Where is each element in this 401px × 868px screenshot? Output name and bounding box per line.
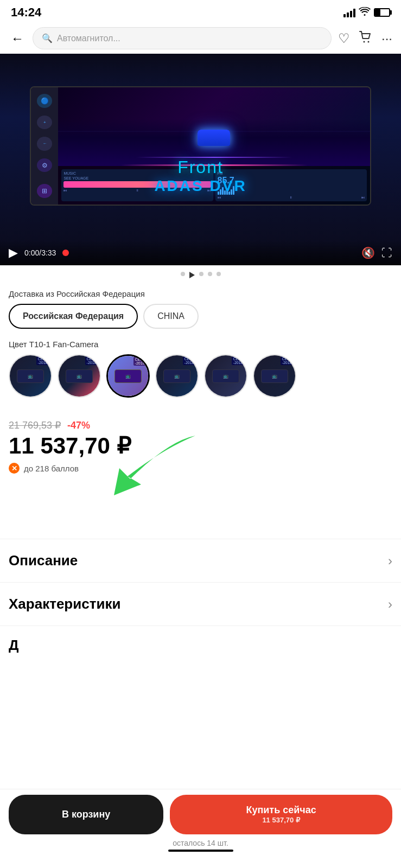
wishlist-icon[interactable]: ♡ (338, 31, 350, 46)
slide-dot-5[interactable] (217, 272, 221, 276)
search-bar[interactable]: 🔍 Автомагнитол... (33, 27, 332, 49)
shipping-options: Российская Федерация CHINA (9, 304, 392, 329)
shipping-section: Доставка из Российская Федерация Российс… (0, 285, 401, 335)
svg-point-1 (367, 41, 369, 42)
status-time: 14:24 (11, 5, 41, 20)
color-option-5[interactable]: CEED-2018 📺 (204, 354, 247, 398)
bottom-bar: В корзину Купить сейчас 11 537,70 ₽ оста… (0, 789, 401, 868)
cart-icon[interactable] (359, 30, 373, 47)
stock-text: осталось 14 шт. (9, 839, 392, 847)
old-price: 21 769,53 ₽ (9, 419, 61, 431)
video-title-overlay: Front ADAS DVR (154, 157, 246, 195)
shipping-label: Доставка из Российская Федерация (9, 289, 392, 298)
video-title: Front (154, 157, 246, 177)
battery-icon (374, 8, 390, 17)
specs-section[interactable]: Характеристики › (0, 582, 401, 626)
description-section[interactable]: Описание › (0, 539, 401, 582)
search-placeholder: Автомагнитол... (57, 34, 120, 43)
description-chevron: › (388, 553, 392, 569)
video-time: 0:00/3:33 (24, 248, 56, 257)
play-button[interactable]: ▶ (9, 246, 18, 260)
color-option-4[interactable]: CEED-2018 📺 (155, 354, 199, 398)
specs-title: Характеристики (9, 596, 120, 612)
specs-chevron: › (388, 597, 392, 612)
partial-title: Д (9, 637, 19, 653)
slide-dot-1[interactable] (181, 272, 185, 276)
header-icons: ♡ ··· (338, 30, 392, 47)
points-icon: ✕ (9, 463, 20, 474)
shipping-russia[interactable]: Российская Федерация (9, 304, 138, 329)
more-icon[interactable]: ··· (381, 31, 392, 46)
points-label: до 218 баллов (24, 464, 79, 473)
green-arrow-icon (87, 430, 206, 501)
status-icons (343, 7, 390, 18)
arrow-annotation (0, 479, 401, 539)
description-title: Описание (9, 552, 78, 569)
home-indicator (168, 850, 233, 852)
fullscreen-button[interactable]: ⛶ (381, 247, 392, 259)
video-controls[interactable]: ▶ 0:00/3:33 🔇 ⛶ (0, 240, 401, 265)
color-option-3[interactable]: CEED-2018 📺 (106, 354, 150, 398)
color-option-2[interactable]: CEED-2018 📺 (58, 354, 101, 398)
search-icon: 🔍 (42, 33, 53, 43)
svg-point-0 (363, 41, 365, 42)
video-player: 🔵 + ← ⚙ ⊞ (0, 54, 401, 265)
add-to-cart-button[interactable]: В корзину (9, 795, 163, 834)
slide-dot-3[interactable] (199, 272, 203, 276)
buy-now-button[interactable]: Купить сейчас 11 537,70 ₽ (170, 795, 392, 834)
back-button[interactable]: ← (9, 29, 26, 48)
video-subtitle: ADAS DVR (154, 177, 246, 195)
partial-section: Д (0, 626, 401, 665)
slide-dot-4[interactable] (208, 272, 212, 276)
color-section: Цвет T10-1 Fan-Camera CEED-2018 📺 CEED-2… (0, 335, 401, 409)
bottom-buttons: В корзину Купить сейчас 11 537,70 ₽ (9, 795, 392, 834)
color-options: CEED-2018 📺 CEED-2018 📺 CEED-2018 📺 (9, 354, 392, 402)
color-label: Цвет T10-1 Fan-Camera (9, 340, 392, 349)
wifi-icon (359, 7, 371, 18)
header: ← 🔍 Автомагнитол... ♡ ··· (0, 23, 401, 54)
color-option-1[interactable]: CEED-2018 📺 (9, 354, 52, 398)
record-indicator (62, 250, 69, 256)
slide-indicators (0, 265, 401, 285)
discount-badge: -47% (67, 420, 90, 431)
buy-now-label: Купить сейчас (246, 805, 316, 816)
signal-icon (343, 8, 355, 17)
color-option-6[interactable]: CEED-2018 📺 (253, 354, 296, 398)
slide-dot-2[interactable] (189, 272, 195, 278)
shipping-china[interactable]: CHINA (143, 304, 199, 329)
buy-now-price: 11 537,70 ₽ (262, 816, 300, 825)
volume-button[interactable]: 🔇 (361, 246, 375, 259)
status-bar: 14:24 (0, 0, 401, 23)
